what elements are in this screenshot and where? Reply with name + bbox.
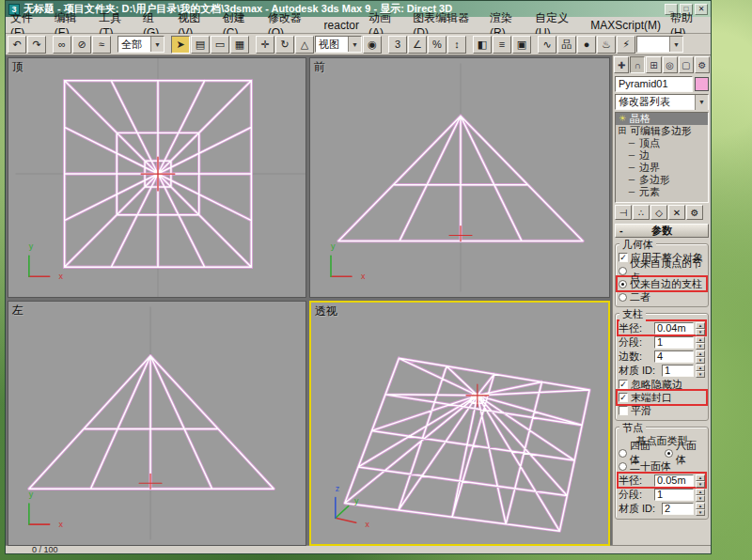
status-bar: 0 / 100 [6,545,711,553]
menu-item-7[interactable]: reactor [320,18,364,33]
remove-modifier-button[interactable]: ✕ [668,205,685,220]
wireframe-top-view: xy [8,58,306,297]
strut-segments-input[interactable]: 1 [654,336,694,349]
spinner-up-down[interactable]: ▴▾ [696,365,705,377]
tab-utilities[interactable]: ⚙ [695,56,710,73]
wireframe-perspective-view: xyz [311,303,608,544]
smooth-checkbox[interactable]: 平滑 [618,404,706,417]
viewport-label-front[interactable]: 前 [314,59,325,75]
tab-create[interactable]: ✚ [614,56,629,73]
spinner-up-down[interactable]: ▴▾ [696,503,705,515]
spinner-up-down[interactable]: ▴▾ [696,474,705,487]
stack-item-0[interactable]: ☀晶格 [616,113,708,125]
strut-radius-input[interactable]: 0.04m [654,322,694,334]
object-name-input[interactable]: Pyramid01 [615,76,693,92]
select-move-icon[interactable]: ✛ [256,36,274,54]
unlink-icon[interactable]: ⊘ [72,36,91,54]
both-radio[interactable]: 二者 [618,290,706,303]
material-editor-icon[interactable]: ● [577,36,596,54]
viewport-top[interactable]: xy 顶 [8,57,306,298]
curve-editor-icon[interactable]: ∿ [538,36,556,54]
svg-text:x: x [361,272,366,281]
rect-region-icon[interactable]: ▭ [211,36,229,54]
tab-display[interactable]: ▢ [679,56,694,73]
stack-item-label: 顶点 [639,137,660,149]
frame-indicator[interactable]: 0 / 100 [32,545,58,554]
selection-set-dropdown[interactable]: 全部▼ [118,36,164,53]
stack-item-6[interactable]: ─元素 [616,186,708,198]
stack-item-1[interactable]: 田可编辑多边形 [616,125,708,137]
mirror-icon[interactable]: ◧ [473,36,492,54]
crossing-icon[interactable]: ▦ [230,36,249,54]
stack-item-3[interactable]: ─边 [616,149,708,162]
viewport-perspective[interactable]: xyz 透视 [309,301,610,546]
geometry-group: 几何体 ✓ 应用于整个对象 仅来自顶点的节点 仅来自边的支柱 二者 [615,243,709,307]
select-rotate-icon[interactable]: ↻ [275,36,294,54]
main-area: xy 顶 xy 前 xy 左 xyz 透视 ✚∩⊞◎▢⚙ Pyramid01 [6,55,711,545]
spinner-snap-icon[interactable]: ↕ [447,36,466,54]
spinner-up-down[interactable]: ▴▾ [696,350,705,363]
joint-radius-input[interactable]: 0.05m [654,474,694,487]
use-center-icon[interactable]: ◉ [363,36,382,54]
select-link-icon[interactable]: ∞ [53,36,71,54]
tab-modify[interactable]: ∩ [630,56,645,73]
chevron-down-icon[interactable]: ▼ [348,37,361,52]
render-scene-icon[interactable]: ♨ [597,36,616,54]
tree-line-icon: ─ [627,149,636,162]
viewport-label-top[interactable]: 顶 [12,59,24,75]
redo-icon[interactable]: ↷ [27,36,46,54]
tab-hierarchy[interactable]: ⊞ [646,56,661,73]
modifier-list-dropdown[interactable]: 修改器列表 ▼ [615,94,709,110]
viewport-left[interactable]: xy 左 [8,301,306,546]
spinner-up-down[interactable]: ▴▾ [696,322,705,334]
joint-matid-input[interactable]: 2 [662,503,694,515]
svg-text:y: y [29,242,34,252]
menu-item-12[interactable]: MAXScript(M) [586,18,666,33]
struts-only-radio[interactable]: 仅来自边的支柱 [618,277,706,290]
pin-stack-button[interactable]: ⊣ [615,205,632,220]
layer-manager-icon[interactable]: ▣ [512,36,531,54]
select-object-icon[interactable]: ➤ [171,36,190,54]
stack-item-4[interactable]: ─边界 [616,162,708,174]
chevron-down-icon[interactable]: ▼ [669,37,682,52]
ignore-hidden-edges-checkbox[interactable]: ✓ 忽略隐藏边 [618,378,706,391]
make-unique-button[interactable]: ◇ [650,205,667,220]
select-by-name-icon[interactable]: ▤ [191,36,210,54]
strut-sides-input[interactable]: 4 [654,350,694,363]
tetra-radio[interactable]: 四面体 [619,446,659,459]
app-window: 3 无标题 - 项目文件夹: D:\用户目录\我的文档\3dsmax - Aut… [5,0,712,554]
undo-icon[interactable]: ↶ [8,36,26,54]
render-type-dropdown[interactable]: ▼ [636,36,683,53]
toolbar-separator [165,36,170,54]
stack-item-5[interactable]: ─多边形 [616,174,708,186]
angle-snap-icon[interactable]: ∠ [408,36,427,54]
bind-spacewarp-icon[interactable]: ≈ [92,36,111,54]
strut-matid-input[interactable]: 1 [662,365,694,377]
object-color-swatch[interactable] [695,77,709,91]
select-scale-icon[interactable]: △ [295,36,314,54]
viewport-front[interactable]: xy 前 [309,57,610,298]
joint-matid-row: 材质 ID: 2 ▴▾ [619,502,705,515]
stack-item-2[interactable]: ─顶点 [616,137,708,149]
octa-radio[interactable]: 八面体 [665,446,705,459]
show-end-result-button[interactable]: ∴ [633,205,650,220]
snap-3d-icon[interactable]: 3 [388,36,407,54]
spinner-up-down[interactable]: ▴▾ [696,489,705,501]
ref-coord-dropdown[interactable]: 视图▼ [315,36,362,53]
end-caps-checkbox[interactable]: ✓ 末端封口 [618,391,706,404]
align-icon[interactable]: ≡ [493,36,511,54]
chevron-down-icon[interactable]: ▼ [695,95,708,110]
spinner-up-down[interactable]: ▴▾ [696,336,705,349]
chevron-down-icon[interactable]: ▼ [150,37,164,52]
viewport-label-perspective[interactable]: 透视 [315,303,337,319]
radio-label: 二者 [630,290,650,304]
quick-render-icon[interactable]: ⚡ [617,36,635,54]
joints-only-radio[interactable]: 仅来自顶点的节点 [618,264,706,277]
rollout-parameters[interactable]: - 参数 [615,224,709,238]
viewport-label-left[interactable]: 左 [12,303,24,319]
schematic-view-icon[interactable]: 品 [557,36,576,54]
joint-segments-input[interactable]: 1 [654,489,694,501]
tab-motion[interactable]: ◎ [663,56,678,73]
percent-snap-icon[interactable]: % [428,36,446,54]
configure-modifier-button[interactable]: ⚙ [686,205,703,220]
